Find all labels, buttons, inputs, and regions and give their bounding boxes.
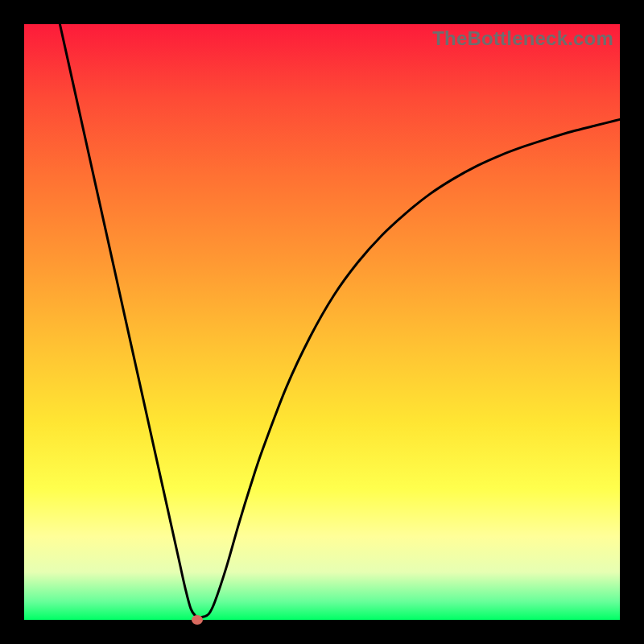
bottleneck-curve <box>60 24 620 617</box>
minimum-marker <box>192 615 203 625</box>
curve-svg <box>24 24 620 620</box>
plot-area: TheBottleneck.com <box>24 24 620 620</box>
chart-frame: TheBottleneck.com <box>0 0 644 644</box>
